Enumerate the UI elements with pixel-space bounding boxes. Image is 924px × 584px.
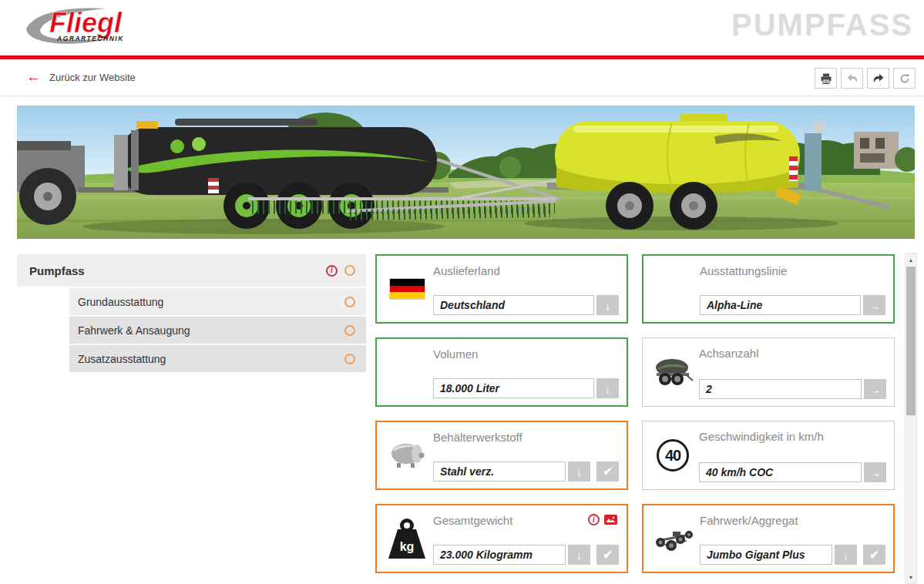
auslieferland-select[interactable]: Deutschland bbox=[433, 295, 594, 315]
card-label: Ausstattungslinie bbox=[700, 264, 787, 277]
card-label: Geschwindigkeit in km/h bbox=[699, 430, 824, 443]
sidebar-item-grundausstattung[interactable]: Grundausstattung bbox=[69, 287, 366, 315]
speed-sign-40-icon: 40 bbox=[657, 439, 689, 472]
sidebar-item-label: Zusatzausstattung bbox=[78, 353, 166, 365]
logo-brand-text: Fliegl bbox=[49, 7, 123, 39]
status-ring-icon bbox=[344, 325, 355, 336]
redo-button[interactable] bbox=[867, 68, 889, 89]
configurator-page: Fliegl AGRARTECHNIK PUMPFASS ← Zurück zu… bbox=[0, 0, 924, 584]
page-title: PUMPFASS bbox=[731, 8, 913, 42]
scroll-down-button[interactable]: ▼ bbox=[906, 572, 916, 582]
toolbar-buttons bbox=[815, 68, 916, 89]
behaelterwerkstoff-select[interactable]: Stahl verz. bbox=[433, 461, 566, 482]
scrollbar-thumb[interactable] bbox=[906, 267, 916, 415]
card-achsanzahl: Achsanzahl 2 → bbox=[642, 337, 895, 407]
info-icon[interactable]: i bbox=[588, 514, 600, 525]
option-cards-grid: Auslieferland Deutschland ↓ Ausstattungs… bbox=[375, 254, 895, 573]
next-arrow-icon[interactable]: → bbox=[864, 379, 886, 399]
card-label: Gesamtgewicht bbox=[433, 514, 512, 527]
print-button[interactable] bbox=[815, 68, 837, 89]
undo-icon bbox=[846, 72, 858, 85]
card-geschwindigkeit: 40 Geschwindigkeit in km/h 40 km/h COC → bbox=[642, 421, 895, 490]
scroll-up-button[interactable]: ▲ bbox=[906, 254, 916, 265]
status-ring-icon bbox=[344, 354, 355, 364]
card-label: Fahrwerk/Aggregat bbox=[700, 514, 798, 527]
achsanzahl-select[interactable]: 2 bbox=[699, 379, 862, 399]
undo-button[interactable] bbox=[841, 68, 863, 89]
sidebar-item-label: Grundausstattung bbox=[78, 296, 163, 308]
dropdown-arrow-icon[interactable]: ↓ bbox=[568, 545, 590, 565]
back-to-website-link[interactable]: ← Zurück zur Website bbox=[26, 69, 136, 85]
card-label: Behälterwerkstoff bbox=[433, 431, 522, 444]
status-ring-icon bbox=[344, 297, 355, 307]
gesamtgewicht-select[interactable]: 23.000 Kilogramm bbox=[433, 545, 566, 565]
card-gesamtgewicht: kg Gesamtgewicht i 23.000 Kilogramm ↓ ✔ bbox=[375, 504, 628, 573]
dropdown-arrow-icon[interactable]: ↓ bbox=[568, 461, 590, 482]
refresh-icon bbox=[899, 72, 911, 85]
header: Fliegl AGRARTECHNIK PUMPFASS bbox=[0, 0, 924, 55]
hero-product-image bbox=[17, 106, 915, 239]
toolbar: ← Zurück zur Website bbox=[0, 59, 924, 96]
tanker-photo-icon bbox=[652, 356, 694, 388]
sidebar-item-pumpfass[interactable]: Pumpfass i bbox=[17, 254, 366, 287]
vertical-scrollbar[interactable]: ▲ ▼ bbox=[905, 253, 917, 584]
info-icon[interactable]: i bbox=[326, 265, 338, 277]
card-volumen: Volumen 18.000 Liter ↓ bbox=[375, 337, 628, 407]
slurry-tankers-scene bbox=[17, 106, 915, 239]
next-arrow-icon[interactable]: → bbox=[863, 295, 885, 315]
german-flag-icon bbox=[389, 278, 425, 300]
card-ausstattungslinie: Ausstattungslinie Alpha-Line → bbox=[642, 254, 895, 324]
picture-icon[interactable] bbox=[604, 515, 617, 525]
refresh-button[interactable] bbox=[893, 68, 916, 89]
confirm-check-icon[interactable]: ✔ bbox=[863, 545, 885, 565]
fliegl-logo: Fliegl AGRARTECHNIK bbox=[20, 5, 159, 51]
card-label: Volumen bbox=[433, 347, 478, 361]
ausstattungslinie-select[interactable]: Alpha-Line bbox=[700, 295, 861, 315]
fahrwerk-aggregat-select[interactable]: Jumbo Gigant Plus bbox=[700, 545, 832, 565]
card-fahrwerk-aggregat: Fahrwerk/Aggregat Jumbo Gigant Plus ↓ ✔ bbox=[642, 504, 895, 573]
sidebar-item-label: Fahrwerk & Ansaugung bbox=[78, 324, 190, 337]
tank-photo-icon bbox=[388, 440, 426, 471]
back-link-label: Zurück zur Website bbox=[49, 72, 136, 83]
category-sidebar: Pumpfass i Grundausstattung Fahrwerk & A… bbox=[17, 254, 366, 372]
chassis-photo-icon bbox=[653, 525, 694, 552]
confirm-check-icon[interactable]: ✔ bbox=[596, 461, 619, 482]
sidebar-item-zusatzausstattung[interactable]: Zusatzausstattung bbox=[69, 344, 366, 372]
next-arrow-icon[interactable]: → bbox=[864, 462, 886, 482]
redo-icon bbox=[872, 72, 885, 85]
dropdown-arrow-icon[interactable]: ↓ bbox=[835, 545, 857, 565]
dropdown-arrow-icon[interactable]: ↓ bbox=[596, 295, 619, 315]
card-label: Auslieferland bbox=[433, 264, 500, 277]
print-icon bbox=[820, 72, 832, 85]
back-arrow-icon: ← bbox=[26, 69, 41, 85]
confirm-check-icon[interactable]: ✔ bbox=[596, 545, 619, 565]
sidebar-item-fahrwerk-ansaugung[interactable]: Fahrwerk & Ansaugung bbox=[69, 315, 366, 344]
card-auslieferland: Auslieferland Deutschland ↓ bbox=[375, 254, 628, 324]
logo-sub-text: AGRARTECHNIK bbox=[56, 35, 124, 42]
card-behaelterwerkstoff: Behälterwerkstoff Stahl verz. ↓ ✔ bbox=[375, 421, 628, 490]
dropdown-arrow-icon[interactable]: ↓ bbox=[596, 378, 619, 398]
volumen-select[interactable]: 18.000 Liter bbox=[433, 378, 594, 398]
kg-weight-icon: kg bbox=[388, 519, 425, 559]
geschwindigkeit-select[interactable]: 40 km/h COC bbox=[699, 462, 862, 482]
card-label: Achsanzahl bbox=[699, 347, 759, 360]
sidebar-title: Pumpfass bbox=[29, 264, 85, 277]
status-ring-icon bbox=[344, 265, 355, 276]
